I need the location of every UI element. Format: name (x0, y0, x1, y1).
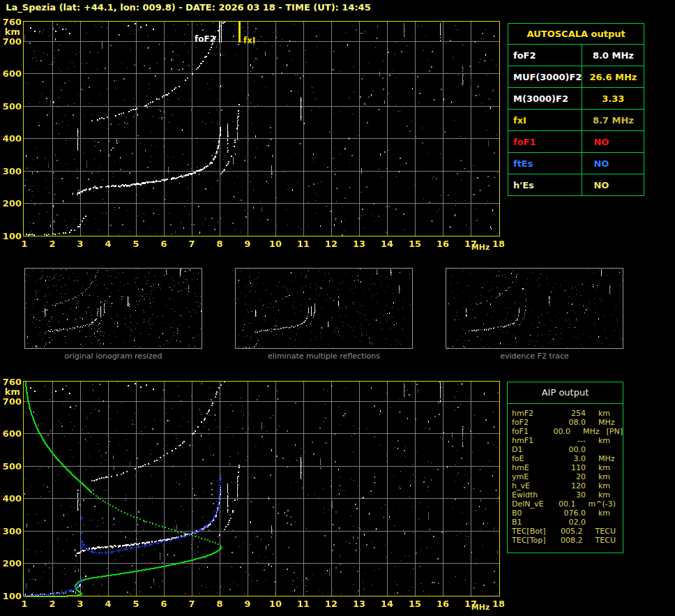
aip-value: 30 (554, 490, 586, 499)
autoscala-label-ftEs: ftEs (508, 153, 582, 174)
aip-unit: km (586, 481, 610, 490)
thumbnail-evidence-canvas (446, 269, 623, 348)
aip-note (598, 445, 605, 454)
aip-row-DelN_vE: DelN_vE00.1m^(-3) (512, 499, 623, 509)
thumbnail-original-canvas (25, 269, 202, 348)
aip-label: B0 (512, 509, 554, 518)
aip-note (616, 499, 623, 509)
table-row: fxI 8.7 MHz (508, 110, 644, 131)
autoscala-value-ftEs: NO (582, 153, 644, 174)
bottom-ionogram-plot (0, 377, 509, 616)
aip-value: 00.0 (554, 445, 586, 454)
thumbnail-caption-original: original ionogram resized (24, 352, 202, 361)
aip-row-foE: foE3.0MHz (512, 454, 623, 463)
thumbnail-caption-eliminate: eliminate multiple reflections (235, 352, 413, 361)
aip-note (615, 418, 622, 427)
autoscala-header: AUTOSCALA output (508, 24, 644, 45)
aip-note (598, 518, 605, 527)
autoscala-value-hEs: NO (582, 174, 644, 196)
aip-unit: TECU (583, 527, 616, 536)
aip-unit: MHz (586, 454, 615, 463)
aip-note (610, 463, 617, 472)
aip-value: 20 (554, 472, 586, 481)
autoscala-value-muf: 26.6 MHz (582, 66, 644, 88)
aip-row-ymE: ymE20km (512, 472, 623, 481)
autoscala-output-table: AUTOSCALA output foF2 8.0 MHz MUF(3000)F… (508, 23, 644, 196)
aip-label: hmF1 (512, 436, 554, 445)
autoscala-value-m3000: 3.33 (582, 88, 644, 110)
aip-note (615, 454, 622, 463)
aip-value: 08.0 (554, 418, 586, 427)
aip-unit: km (586, 436, 610, 445)
aip-row-B1: B102.0 (512, 518, 623, 527)
aip-unit: m^(-3) (576, 499, 616, 509)
aip-output-panel: AIP output hmF2254kmfoF208.0MHzfoF100.0M… (507, 382, 623, 553)
aip-value: 005.2 (552, 527, 583, 536)
aip-label: TEC[Top] (512, 536, 552, 545)
aip-row-foF2: foF208.0MHz (512, 418, 623, 427)
aip-row-TEC[Bot]: TEC[Bot]005.2TECU (512, 527, 623, 536)
aip-row-hmF1: hmF1---km (512, 436, 623, 445)
aip-row-h_vE: h_vE120km (512, 481, 623, 490)
top-ionogram-plot (0, 17, 509, 258)
aip-row-TEC[Top]: TEC[Top]008.2TECU (512, 536, 623, 545)
aip-value: 254 (554, 409, 586, 418)
aip-label: B1 (512, 518, 554, 527)
aip-unit (586, 518, 598, 527)
autoscala-label-fxI: fxI (508, 110, 582, 131)
thumbnail-evidence-f2 (446, 268, 623, 349)
aip-value: 00.0 (545, 427, 570, 436)
autoscala-header-row: AUTOSCALA output (508, 24, 644, 45)
thumbnail-caption-evidence: evidence F2 trace (446, 352, 623, 361)
aip-note (610, 409, 617, 418)
aip-row-foF1: foF100.0MHz[PN] (512, 427, 623, 436)
aip-value: 3.0 (554, 454, 586, 463)
autoscala-label-hEs: h'Es (508, 174, 582, 196)
aip-unit: km (586, 463, 610, 472)
aip-value: 076.0 (554, 509, 586, 518)
aip-label: D1 (512, 445, 554, 454)
station-title: La_Spezia (lat: +44.1, lon: 009.8) - DAT… (0, 2, 377, 13)
aip-unit: km (586, 472, 610, 481)
table-row: h'Es NO (508, 174, 644, 196)
table-row: foF2 8.0 MHz (508, 45, 644, 66)
table-row: MUF(3000)F2 26.6 MHz (508, 66, 644, 88)
aip-label: foF1 (512, 427, 545, 436)
autoscala-label-foF2: foF2 (508, 45, 582, 66)
aip-label: hmE (512, 463, 554, 472)
aip-note: [PN] (600, 427, 623, 436)
aip-value: 110 (554, 463, 586, 472)
autoscala-label-foF1: foF1 (508, 131, 582, 153)
aip-label: h_vE (512, 481, 554, 490)
aip-note (610, 472, 617, 481)
aip-label: Ewidth (512, 490, 554, 499)
aip-value: 02.0 (554, 518, 586, 527)
aip-unit: km (586, 490, 610, 499)
aip-label: foF2 (512, 418, 554, 427)
table-row: foF1 NO (508, 131, 644, 153)
aip-unit: km (586, 509, 610, 518)
thumbnail-eliminate-reflections (235, 268, 413, 349)
thumbnail-eliminate-canvas (236, 269, 412, 348)
aip-label: foE (512, 454, 554, 463)
aip-note (610, 481, 617, 490)
autoscala-screen: { "title": "La_Spezia (lat: +44.1, lon: … (0, 0, 675, 616)
table-row: M(3000)F2 3.33 (508, 88, 644, 110)
aip-note (610, 509, 617, 518)
autoscala-value-foF2: 8.0 MHz (582, 45, 644, 66)
aip-row-B0: B0076.0km (512, 509, 623, 518)
aip-row-hmF2: hmF2254km (512, 409, 623, 418)
aip-unit: MHz (570, 427, 600, 436)
autoscala-label-m3000: M(3000)F2 (508, 88, 582, 110)
aip-label: DelN_vE (512, 499, 548, 509)
table-row: ftEs NO (508, 153, 644, 174)
aip-unit: MHz (586, 418, 615, 427)
aip-value: 120 (554, 481, 586, 490)
aip-unit (586, 445, 598, 454)
aip-note (616, 527, 623, 536)
aip-row-Ewidth: Ewidth30km (512, 490, 623, 499)
aip-label: TEC[Bot] (512, 527, 552, 536)
aip-note (616, 536, 623, 545)
aip-value: 00.1 (548, 499, 576, 509)
aip-row-D1: D100.0 (512, 445, 623, 454)
